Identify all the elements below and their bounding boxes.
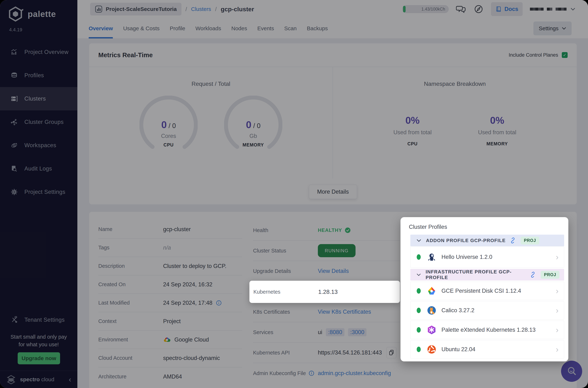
- cluster-profiles-list: ADDON PROFILE GCP-PROFILE PROJ Hello Uni…: [410, 235, 564, 359]
- profile-item-ubuntu[interactable]: Ubuntu 22.04 ›: [410, 340, 564, 359]
- cluster-profiles-title: Cluster Profiles: [409, 224, 568, 230]
- cluster-profiles-popup: Cluster Profiles ADDON PROFILE GCP-PROFI…: [401, 217, 568, 362]
- chevron-down-icon: [416, 273, 421, 276]
- calico-icon: [427, 306, 436, 315]
- kubernetes-version: 1.28.13: [318, 289, 338, 295]
- profile-item-gce-disk[interactable]: GCE Persistent Disk CSI 1.12.4 ›: [410, 282, 564, 300]
- proj-scope-badge: PROJ: [521, 237, 539, 244]
- status-dot-green: [417, 288, 421, 294]
- status-dot-green: [417, 327, 421, 333]
- link-icon: [530, 272, 536, 278]
- profile-item-hello-universe[interactable]: Hello Universe 1.2.0 ›: [410, 246, 564, 268]
- chevron-down-icon: [416, 239, 421, 242]
- profile-item-calico[interactable]: Calico 3.27.2 ›: [410, 301, 564, 319]
- chevron-right-icon: ›: [556, 253, 559, 261]
- profile-item-pxk[interactable]: Palette eXtended Kubernetes 1.28.13 ›: [410, 321, 564, 339]
- hello-universe-icon: [427, 252, 436, 262]
- gce-disk-icon: [427, 286, 436, 296]
- status-dot-green: [417, 308, 421, 313]
- link-icon: [510, 237, 516, 243]
- infrastructure-profile-section-header[interactable]: INFRASTRUCTURE PROFILE GCP-PROFILE PROJ: [410, 269, 564, 281]
- status-dot-green: [417, 254, 421, 260]
- chevron-right-icon: ›: [556, 326, 559, 334]
- kubernetes-spotlight-row[interactable]: Kubernetes 1.28.13: [249, 281, 400, 303]
- chevron-right-icon: ›: [556, 306, 559, 315]
- app-window: palette 4.4.19 Project Overview Profiles…: [0, 0, 588, 388]
- pxk-icon: [427, 325, 436, 335]
- chevron-right-icon: ›: [556, 345, 559, 353]
- ubuntu-icon: [427, 345, 436, 354]
- kubernetes-label: Kubernetes: [253, 289, 318, 295]
- addon-profile-section-header[interactable]: ADDON PROFILE GCP-PROFILE PROJ: [410, 235, 564, 246]
- proj-scope-badge: PROJ: [541, 271, 559, 279]
- status-dot-green: [417, 347, 421, 352]
- chevron-right-icon: ›: [556, 287, 559, 295]
